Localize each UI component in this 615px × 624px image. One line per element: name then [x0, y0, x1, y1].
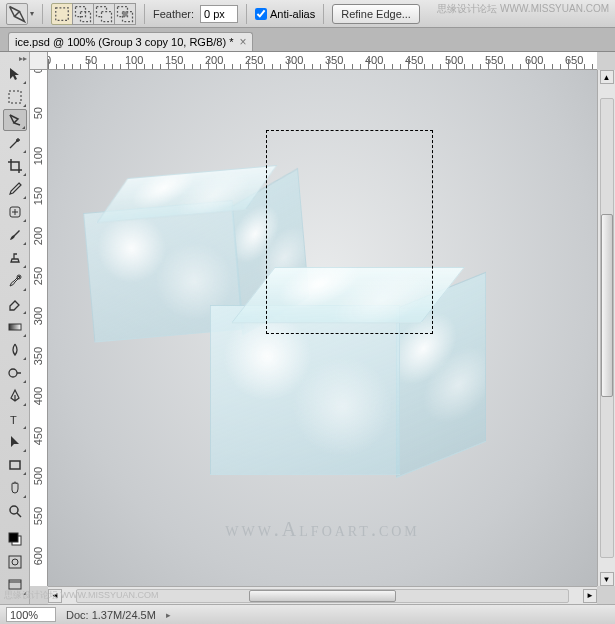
- move-tool[interactable]: [3, 63, 27, 85]
- tool-preset-picker[interactable]: [6, 3, 28, 25]
- healing-brush-tool[interactable]: [3, 201, 27, 223]
- refine-edge-button[interactable]: Refine Edge...: [332, 4, 420, 24]
- selection-mode-group: [51, 3, 136, 25]
- gradient-tool[interactable]: [3, 316, 27, 338]
- svg-rect-14: [10, 461, 20, 469]
- rectangle-tool[interactable]: [3, 454, 27, 476]
- color-swatch[interactable]: [3, 528, 27, 550]
- canvas-viewport: 050100150200250300350400450500550600650 …: [30, 52, 615, 604]
- new-selection-button[interactable]: [51, 3, 73, 25]
- scroll-right-icon[interactable]: ►: [583, 589, 597, 603]
- svg-text:T: T: [10, 414, 17, 426]
- subtract-selection-button[interactable]: [93, 3, 115, 25]
- canvas-watermark: www.Alfoart.com: [225, 518, 420, 541]
- anti-alias-label: Anti-alias: [270, 8, 315, 20]
- type-tool[interactable]: T: [3, 408, 27, 430]
- crop-tool[interactable]: [3, 155, 27, 177]
- hand-tool[interactable]: [3, 477, 27, 499]
- svg-rect-4: [102, 11, 112, 21]
- svg-point-15: [10, 506, 18, 514]
- blur-tool[interactable]: [3, 339, 27, 361]
- eyedropper-tool[interactable]: [3, 178, 27, 200]
- path-selection-tool[interactable]: [3, 431, 27, 453]
- magic-wand-tool[interactable]: [3, 132, 27, 154]
- scroll-thumb-v[interactable]: [601, 214, 613, 397]
- svg-rect-20: [9, 580, 21, 589]
- screen-mode-tool[interactable]: [3, 574, 27, 596]
- doc-info-more-icon[interactable]: ▸: [166, 610, 171, 620]
- collapse-icon[interactable]: ▸▸: [19, 54, 27, 62]
- svg-rect-18: [9, 556, 21, 568]
- zoom-input[interactable]: 100%: [6, 607, 56, 622]
- zoom-tool[interactable]: [3, 500, 27, 522]
- lasso-tool[interactable]: [3, 109, 27, 131]
- history-brush-tool[interactable]: [3, 270, 27, 292]
- scroll-up-icon[interactable]: ▲: [600, 70, 614, 84]
- vertical-ruler[interactable]: 050100150200250300350400450500550600: [30, 70, 48, 586]
- feather-label: Feather:: [153, 8, 194, 20]
- svg-rect-17: [9, 533, 18, 542]
- feather-input[interactable]: [200, 5, 238, 23]
- canvas[interactable]: www.Alfoart.com: [48, 70, 597, 586]
- document-tab-title: ice.psd @ 100% (Group 3 copy 10, RGB/8) …: [15, 36, 233, 48]
- svg-rect-7: [123, 11, 128, 16]
- toolbox: ▸▸ T: [0, 52, 30, 604]
- svg-rect-8: [9, 91, 21, 103]
- svg-rect-0: [56, 7, 69, 20]
- vertical-scrollbar[interactable]: ▲ ▼: [597, 70, 615, 586]
- dodge-tool[interactable]: [3, 362, 27, 384]
- ice-cube-front: [198, 255, 458, 515]
- status-bar: 100% Doc: 1.37M/24.5M ▸: [0, 604, 615, 624]
- brush-tool[interactable]: [3, 224, 27, 246]
- anti-alias-checkbox[interactable]: Anti-alias: [255, 8, 315, 20]
- document-tab[interactable]: ice.psd @ 100% (Group 3 copy 10, RGB/8) …: [8, 32, 253, 51]
- add-selection-button[interactable]: [72, 3, 94, 25]
- quick-mask-tool[interactable]: [3, 551, 27, 573]
- doc-info: Doc: 1.37M/24.5M: [66, 609, 156, 621]
- clone-stamp-tool[interactable]: [3, 247, 27, 269]
- pen-tool[interactable]: [3, 385, 27, 407]
- intersect-selection-button[interactable]: [114, 3, 136, 25]
- ruler-origin[interactable]: [30, 52, 48, 70]
- dropdown-icon[interactable]: ▾: [30, 9, 34, 18]
- horizontal-ruler[interactable]: 050100150200250300350400450500550600650: [48, 52, 597, 70]
- anti-alias-check-input[interactable]: [255, 8, 267, 20]
- document-tab-strip: ice.psd @ 100% (Group 3 copy 10, RGB/8) …: [0, 28, 615, 52]
- scroll-thumb-h[interactable]: [249, 590, 396, 602]
- options-bar: ▾ Feather: Anti-alias Refine Edge...: [0, 0, 615, 28]
- svg-point-19: [12, 559, 18, 565]
- scroll-down-icon[interactable]: ▼: [600, 572, 614, 586]
- horizontal-scrollbar[interactable]: ◄ ►: [48, 586, 597, 604]
- marquee-tool[interactable]: [3, 86, 27, 108]
- svg-point-12: [9, 369, 17, 377]
- eraser-tool[interactable]: [3, 293, 27, 315]
- scroll-left-icon[interactable]: ◄: [48, 589, 62, 603]
- svg-rect-11: [9, 324, 21, 330]
- close-icon[interactable]: ×: [239, 36, 246, 48]
